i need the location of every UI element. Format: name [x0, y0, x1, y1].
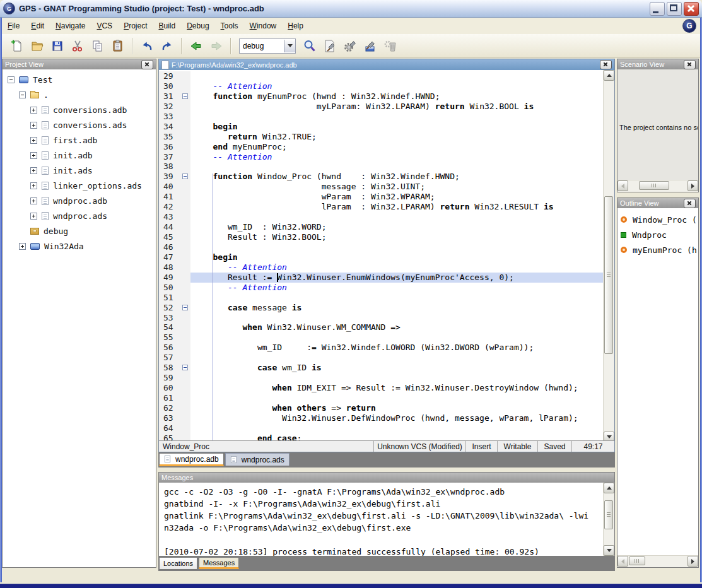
menu-item-vcs[interactable]: VCS — [91, 19, 118, 33]
code-line-38[interactable]: 38 — [159, 162, 604, 172]
code-text[interactable]: return Win32.TRUE; — [190, 132, 604, 142]
scroll-up-button[interactable] — [604, 483, 614, 493]
code-text[interactable]: function myEnumProc (hwnd : Win32.Windef… — [190, 91, 604, 102]
code-line-54[interactable]: 54 when Win32.Winuser.WM_COMMAND => — [159, 322, 604, 332]
code-text[interactable] — [190, 353, 604, 363]
code-text[interactable] — [190, 71, 604, 81]
tree-item-init-ads[interactable]: init.ads — [3, 163, 156, 178]
code-line-31[interactable]: 31 function myEnumProc (hwnd : Win32.Win… — [159, 91, 604, 102]
scroll-down-button[interactable] — [604, 545, 614, 556]
code-line-37[interactable]: 37 -- Attention — [159, 152, 604, 162]
tab-messages[interactable]: Messages — [199, 557, 239, 569]
minimize-button[interactable] — [650, 2, 665, 16]
code-line-32[interactable]: 32 myLParam: Win32.LPARAM) return Win32.… — [159, 102, 604, 112]
code-line-53[interactable]: 53 — [159, 313, 604, 323]
go-back-button[interactable] — [186, 36, 206, 56]
code-text[interactable]: end myEnumProc; — [190, 142, 604, 152]
code-line-58[interactable]: 58 case wm_ID is — [159, 363, 604, 373]
menu-item-file[interactable]: File — [2, 19, 25, 33]
tree-item-[interactable]: . — [3, 87, 156, 102]
scroll-left-button[interactable] — [617, 180, 628, 191]
code-line-63[interactable]: 63 Win32.Winuser.DefWindowProc (hwnd, me… — [159, 413, 604, 423]
code-text[interactable]: Win32.Winuser.DefWindowProc (hwnd, messa… — [190, 413, 604, 423]
code-line-62[interactable]: 62 when others => return — [159, 403, 604, 413]
menu-item-window[interactable]: Window — [244, 19, 283, 33]
close-button[interactable] — [684, 2, 699, 16]
tree-expand-icon[interactable] — [30, 197, 37, 204]
scrollbar-thumb[interactable] — [604, 500, 613, 529]
maximize-button[interactable] — [667, 2, 682, 16]
code-line-56[interactable]: 56 wm_ID := Win32.Windef.LOWORD (Win32.D… — [159, 343, 604, 353]
code-line-49[interactable]: 49 Result := Win32.Winuser.EnumWindows(m… — [159, 273, 604, 283]
tree-item-win32ada[interactable]: Win32Ada — [3, 238, 156, 254]
menu-item-help[interactable]: Help — [282, 19, 309, 33]
fold-collapse-icon[interactable] — [182, 305, 188, 310]
tree-expand-icon[interactable] — [30, 167, 37, 174]
compile-file-button[interactable] — [320, 36, 340, 56]
scrollbar-thumb[interactable] — [629, 556, 645, 565]
tree-item-conversions-adb[interactable]: conversions.adb — [3, 102, 156, 117]
scrollbar-thumb[interactable] — [604, 196, 613, 354]
copy-button[interactable] — [88, 36, 108, 56]
code-text[interactable]: -- Attention — [190, 152, 604, 162]
menu-item-navigate[interactable]: Navigate — [50, 19, 91, 33]
code-line-55[interactable]: 55 — [159, 332, 604, 343]
tree-item-wndproc-adb[interactable]: wndproc.adb — [3, 193, 156, 208]
code-text[interactable]: wm_ID := Win32.Windef.LOWORD (Win32.DWOR… — [190, 343, 604, 353]
undo-button[interactable] — [137, 36, 157, 56]
code-text[interactable]: myLParam: Win32.LPARAM) return Win32.BOO… — [190, 102, 604, 112]
code-text[interactable]: -- Attention — [190, 81, 604, 91]
code-text[interactable] — [190, 313, 604, 323]
cut-button[interactable] — [67, 36, 88, 56]
scenario-view-titlebar[interactable]: Scenario View — [617, 59, 698, 69]
window-titlebar[interactable]: G GPS - GNAT Programming Studio (project… — [0, 0, 702, 18]
editor-vertical-scrollbar[interactable] — [603, 70, 614, 442]
tab-locations[interactable]: Locations — [159, 557, 197, 570]
editor-titlebar[interactable]: F:\Programs\Ada\win32_ex\wndproc.adb — [159, 59, 614, 70]
code-text[interactable]: Result := Win32.Winuser.EnumWindows(myEn… — [190, 273, 604, 283]
menu-item-edit[interactable]: Edit — [25, 19, 50, 33]
tree-item-test[interactable]: Test — [3, 72, 156, 87]
go-forward-button[interactable] — [206, 36, 226, 56]
build-main-button[interactable] — [340, 36, 360, 56]
code-line-47[interactable]: 47 begin — [159, 252, 604, 262]
project-view-close-button[interactable] — [141, 60, 153, 69]
scenario-horizontal-scrollbar[interactable] — [617, 180, 698, 192]
code-line-42[interactable]: 42 lParam : Win32.LPARAM) return Win32.L… — [159, 202, 604, 212]
code-text[interactable]: when IDM_EXIT => Result := Win32.Winuser… — [190, 383, 604, 393]
code-text[interactable]: function Window_Proc (hwnd : Win32.Winde… — [190, 172, 604, 182]
search-button[interactable] — [300, 36, 320, 56]
code-text[interactable]: message : Win32.UINT; — [190, 182, 604, 192]
code-line-51[interactable]: 51 — [159, 293, 604, 303]
code-line-41[interactable]: 41 wParam : Win32.WPARAM; — [159, 192, 604, 202]
code-text[interactable] — [190, 212, 604, 222]
chevron-down-icon[interactable] — [284, 40, 295, 52]
code-text[interactable]: begin — [190, 122, 604, 132]
code-text[interactable]: -- Attention — [190, 262, 604, 273]
code-line-52[interactable]: 52 case message is — [159, 303, 604, 313]
code-text[interactable] — [190, 423, 604, 433]
tree-expand-icon[interactable] — [30, 122, 37, 129]
code-line-57[interactable]: 57 — [159, 353, 604, 363]
code-text[interactable] — [190, 293, 604, 303]
fold-collapse-icon[interactable] — [182, 93, 188, 99]
save-button[interactable] — [47, 36, 67, 56]
code-text[interactable] — [190, 112, 604, 122]
messages-titlebar[interactable]: Messages — [159, 473, 614, 483]
outline-item-myenumproc-h[interactable]: myEnumProc (h — [617, 242, 698, 257]
code-line-46[interactable]: 46 — [159, 242, 604, 252]
code-line-40[interactable]: 40 message : Win32.UINT; — [159, 182, 604, 192]
scenario-view-close-button[interactable] — [684, 60, 696, 69]
menu-item-tools[interactable]: Tools — [215, 19, 244, 33]
code-text[interactable]: Result : Win32.BOOL; — [190, 232, 604, 242]
outline-horizontal-scrollbar[interactable] — [617, 555, 698, 567]
tree-item-first-adb[interactable]: first.adb — [3, 132, 156, 148]
tree-item-debug[interactable]: debug — [3, 223, 156, 238]
tree-item-conversions-ads[interactable]: conversions.ads — [3, 117, 156, 132]
code-line-43[interactable]: 43 — [159, 212, 604, 222]
code-text[interactable]: case wm_ID is — [190, 363, 604, 373]
messages-vertical-scrollbar[interactable] — [603, 483, 614, 556]
code-text[interactable] — [190, 393, 604, 403]
code-text[interactable]: wParam : Win32.WPARAM; — [190, 192, 604, 202]
code-line-48[interactable]: 48 -- Attention — [159, 262, 604, 273]
